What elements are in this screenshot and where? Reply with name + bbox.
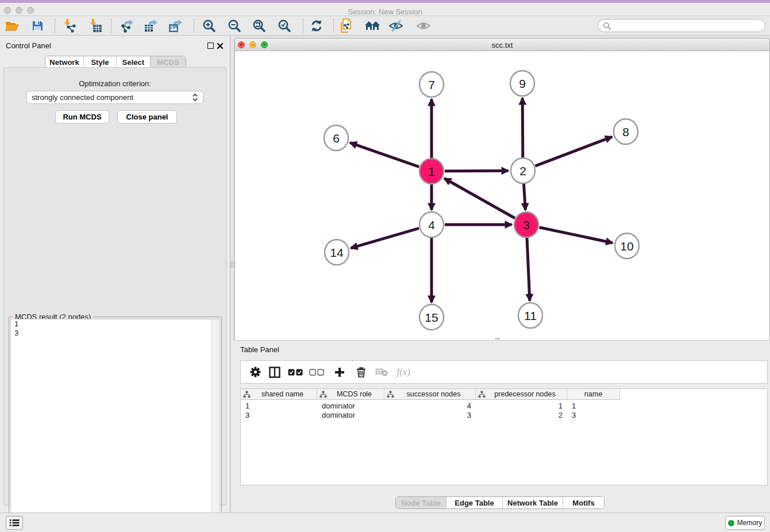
task-history-button[interactable] [6, 516, 23, 530]
column-header-mcds-role[interactable]: MCDS role [317, 389, 384, 400]
graph-edge-2-3[interactable] [523, 184, 525, 210]
graph-node-3[interactable]: 3 [514, 212, 538, 237]
zoom-in-button[interactable] [199, 17, 220, 34]
refresh-layout-button[interactable] [306, 17, 327, 34]
mcds-result-textarea[interactable]: 1 3 [10, 319, 220, 529]
graph-edge-4-14[interactable] [351, 228, 418, 248]
cell-successor-nodes[interactable]: 3 [384, 410, 476, 419]
graph-edge-1-6[interactable] [350, 142, 419, 167]
select-all-columns-button[interactable] [286, 361, 305, 383]
graph-node-7[interactable]: 7 [419, 72, 444, 97]
graph-node-label: 9 [519, 77, 526, 90]
cell-successor-nodes[interactable]: 4 [384, 401, 476, 410]
hide-graphics-details-button[interactable] [386, 17, 406, 34]
clone-network-icon [340, 18, 354, 33]
toolbar-separator [303, 19, 303, 33]
graph-node-9[interactable]: 9 [510, 71, 534, 96]
chevron-up-down-icon [192, 93, 198, 102]
result-scrollbar-track[interactable] [211, 319, 220, 528]
cell-predecessor-nodes[interactable]: 2 [476, 410, 567, 419]
fx-icon: f(x) [396, 367, 410, 378]
graph-edge-2-9[interactable] [522, 98, 523, 157]
table-row[interactable]: 3 dominator 3 2 3 [241, 410, 620, 419]
export-table-button[interactable] [141, 17, 161, 34]
network-window-titlebar[interactable]: × – + scc.txt [235, 38, 769, 51]
graph-edge-2-8[interactable] [536, 137, 613, 166]
cell-mcds-role[interactable]: dominator [317, 401, 384, 410]
unselect-all-columns-button[interactable] [307, 361, 326, 383]
memory-button-label: Memory [737, 519, 762, 527]
graph-node-11[interactable]: 11 [518, 303, 542, 328]
graph-edge-3-1[interactable] [444, 179, 515, 218]
plus-icon [334, 367, 345, 377]
cell-shared-name[interactable]: 1 [241, 401, 317, 410]
optimization-criterion-dropdown[interactable]: strongly connected component [26, 91, 203, 104]
window-titlebar: Session: New Session [0, 3, 770, 16]
graph-node-10[interactable]: 10 [615, 233, 639, 259]
column-header-predecessor-nodes[interactable]: predecessor nodes [476, 389, 567, 400]
delete-column-button[interactable] [351, 361, 371, 383]
function-builder-button[interactable]: f(x) [394, 361, 413, 383]
network-window-title: scc.txt [235, 41, 769, 49]
show-graphics-details-button[interactable] [413, 17, 434, 34]
delete-table-button[interactable] [372, 361, 391, 383]
import-table-button[interactable] [85, 17, 106, 34]
cell-mcds-role[interactable]: dominator [317, 410, 384, 419]
fit-content-button[interactable] [249, 17, 270, 34]
trash-icon [356, 367, 366, 377]
tab-network[interactable]: Network [45, 56, 83, 68]
export-network-button[interactable] [117, 17, 138, 34]
tab-style[interactable]: Style [83, 56, 116, 68]
splitpane-handle[interactable] [230, 261, 234, 267]
tab-select[interactable]: Select [116, 56, 150, 68]
tab-network-table[interactable]: Network Table [502, 497, 563, 508]
table-settings-button[interactable] [245, 361, 265, 383]
graph-edge-1-2[interactable] [445, 171, 509, 171]
search-input[interactable] [614, 21, 765, 30]
control-panel-float-button[interactable] [207, 43, 214, 49]
graph-edge-3-11[interactable] [527, 238, 530, 301]
split-view-button[interactable] [265, 361, 284, 383]
cell-predecessor-nodes[interactable]: 1 [476, 401, 567, 410]
control-panel-close-button[interactable] [217, 43, 224, 49]
graph-node-1[interactable]: 1 [419, 159, 444, 184]
add-column-button[interactable] [330, 361, 349, 383]
toolbar-search-field[interactable] [598, 19, 765, 32]
column-header-shared-name[interactable]: shared name [241, 389, 317, 400]
column-header-name[interactable]: name [567, 389, 620, 400]
run-mcds-button[interactable]: Run MCDS [55, 110, 109, 124]
dropdown-selected-value: strongly connected component [32, 93, 192, 102]
save-session-button[interactable] [27, 17, 48, 34]
close-panel-button[interactable]: Close panel [117, 110, 177, 124]
tab-node-table[interactable]: Node Table [396, 497, 446, 508]
node-table: shared name MCDS role successor nodes [240, 388, 768, 485]
zoom-out-button[interactable] [224, 17, 245, 34]
import-network-button[interactable] [60, 17, 80, 34]
graph-edge-3-10[interactable] [540, 228, 613, 243]
cell-name[interactable]: 3 [567, 410, 620, 419]
main-toolbar [0, 16, 770, 36]
tab-edge-table[interactable]: Edge Table [446, 497, 502, 508]
graph-node-2[interactable]: 2 [511, 158, 535, 183]
zoom-selected-button[interactable] [274, 17, 295, 34]
cell-shared-name[interactable]: 3 [241, 410, 317, 419]
table-row[interactable]: 1 dominator 4 1 1 [241, 401, 620, 410]
graph-node-4[interactable]: 4 [419, 212, 444, 237]
search-icon [603, 22, 611, 30]
graph-node-8[interactable]: 8 [614, 119, 638, 144]
cell-name[interactable]: 1 [567, 401, 620, 410]
export-image-button[interactable] [165, 17, 186, 34]
graph-node-15[interactable]: 15 [419, 304, 444, 330]
graph-node-14[interactable]: 14 [325, 240, 349, 265]
column-header-successor-nodes[interactable]: successor nodes [384, 389, 476, 400]
graph-node-6[interactable]: 6 [324, 125, 348, 151]
houses-button[interactable] [362, 17, 383, 34]
tab-mcds[interactable]: MCDS [150, 56, 186, 68]
clone-network-button[interactable] [337, 17, 357, 34]
open-session-button[interactable] [2, 17, 22, 34]
split-view-icon [269, 367, 280, 378]
memory-button[interactable]: Memory [725, 516, 765, 530]
network-canvas[interactable]: 7968124314101511 [235, 51, 769, 340]
graph-node-label: 4 [428, 218, 435, 232]
tab-motifs[interactable]: Motifs [563, 497, 604, 508]
